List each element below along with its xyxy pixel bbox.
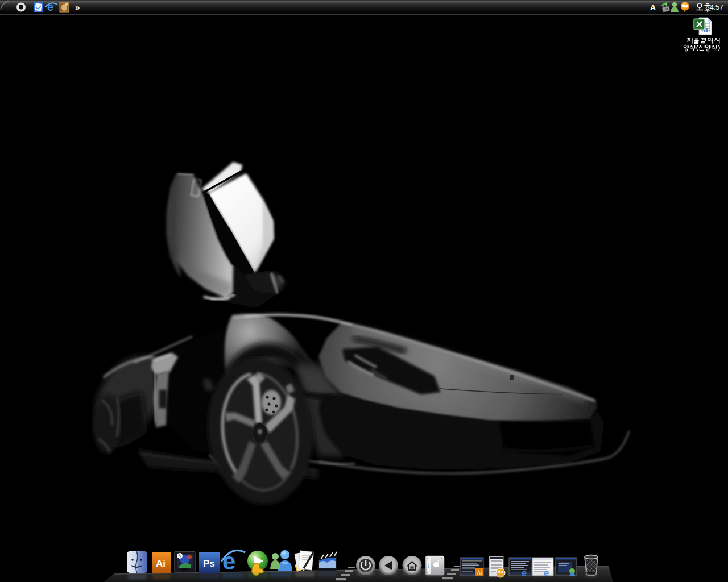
svg-text:»: » (75, 2, 80, 12)
svg-text:4:57: 4:57 (710, 3, 723, 11)
svg-text:A: A (650, 3, 656, 12)
svg-text:i: i (428, 564, 429, 569)
svg-text:Ps: Ps (203, 558, 215, 569)
svg-text:Ai: Ai (156, 558, 166, 569)
